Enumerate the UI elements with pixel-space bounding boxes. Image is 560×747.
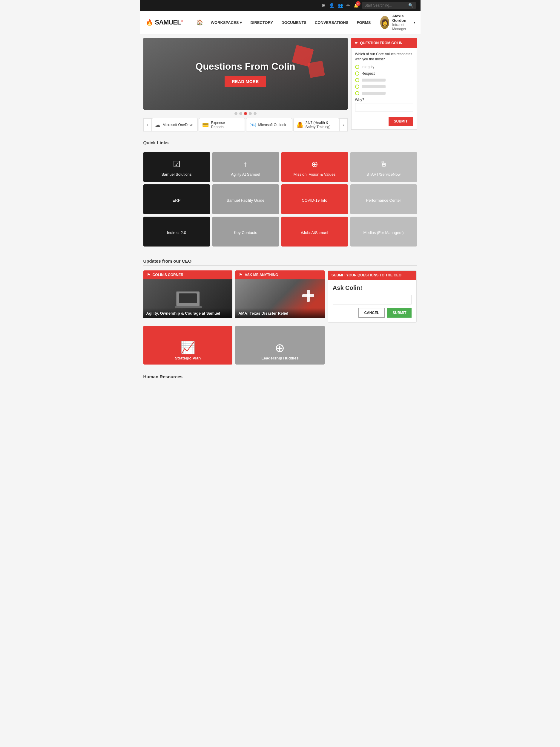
colins-corner-icon: ⚑: [147, 273, 150, 277]
ql-card-jobs[interactable]: #JobsAtSamuel: [281, 216, 348, 247]
ceo-grid-row2: 📈 Strategic Plan ⊕ Leadership Huddles: [143, 326, 417, 364]
ql-items: ☁ Microsoft OneDrive 💳 Expense Reports..…: [152, 118, 339, 132]
carousel-dot-5[interactable]: [254, 112, 257, 115]
ceo-grid: ⚑ COLIN'S CORNER Agility, Ownership & Co…: [143, 271, 417, 323]
ql-item-label-3: 24/7 (Health & Safety Training): [305, 121, 336, 129]
ql-item-onedrive[interactable]: ☁ Microsoft OneDrive: [152, 118, 198, 132]
notification-icon[interactable]: 🔔 8: [354, 3, 359, 8]
why-input[interactable]: [355, 103, 413, 111]
poll-option-bar-1[interactable]: [355, 78, 413, 82]
ql-card-facility[interactable]: Samuel Facility Guide: [212, 184, 279, 214]
nav-conversations[interactable]: CONVERSATIONS: [311, 18, 352, 27]
user-role: Intranet Manager: [392, 23, 411, 31]
ql-card-contacts[interactable]: Key Contacts: [212, 216, 279, 247]
user-icon[interactable]: 👤: [329, 3, 334, 8]
strategic-plan-label: Strategic Plan: [175, 356, 201, 360]
compose-icon[interactable]: ✏: [346, 3, 350, 8]
ql-card-agility[interactable]: ↑ Agility At Samuel: [212, 152, 279, 182]
carousel-dot-3[interactable]: [244, 112, 247, 115]
ql-card-indirect[interactable]: Indirect 2.0: [143, 216, 210, 247]
notification-badge: 8: [356, 1, 361, 6]
main-nav: 🏠 WORKSPACES ▾ DIRECTORY DOCUMENTS CONVE…: [193, 17, 375, 27]
ql-card-label-6: COVID-19 Info: [302, 198, 327, 203]
ql-prev-button[interactable]: ‹: [143, 118, 152, 131]
ql-item-outlook[interactable]: 📧 Microsoft Outlook: [246, 118, 292, 132]
ql-card-covid[interactable]: COVID-19 Info: [281, 184, 348, 214]
carousel-dots: [143, 112, 348, 115]
ama-title: ASK ME ANYTHING: [245, 273, 278, 277]
search-icon[interactable]: 🔍: [408, 3, 414, 8]
ask-colin-submit-button[interactable]: SUBMIT: [387, 308, 411, 318]
quick-links-title: Quick Links: [143, 140, 417, 147]
radio-respect[interactable]: [355, 71, 359, 76]
search-bar[interactable]: 🔍: [362, 2, 416, 9]
avatar-image: 👩: [380, 16, 389, 29]
poll-option-respect[interactable]: Respect: [355, 71, 413, 76]
sidebar-panel: ✏ QUESTION FROM COLIN Which of our Core …: [351, 38, 417, 130]
ama-icon: ⚑: [239, 273, 242, 277]
ql-card-erp[interactable]: ERP: [143, 184, 210, 214]
hr-title: Human Resources: [143, 374, 417, 381]
nav-home-icon[interactable]: 🏠: [193, 17, 206, 27]
apps-icon[interactable]: ⊞: [322, 3, 325, 8]
servicenow-icon: 🖱: [379, 159, 388, 169]
radio-bar-1[interactable]: [355, 78, 359, 82]
ask-colin-cancel-button[interactable]: CANCEL: [358, 308, 385, 318]
colins-corner-card[interactable]: ⚑ COLIN'S CORNER Agility, Ownership & Co…: [143, 271, 233, 323]
poll-submit-button[interactable]: SUBMIT: [389, 117, 413, 126]
ql-item-label-2: Microsoft Outlook: [258, 123, 286, 127]
poll-option-bar-3[interactable]: [355, 91, 413, 95]
ql-card-label-0: Samuel Solutions: [161, 172, 191, 177]
hero-background: Questions From Colin READ MORE: [143, 38, 348, 110]
ask-colin-panel: SUBMIT YOUR QUESTIONS TO THE CEO Ask Col…: [328, 271, 417, 323]
poll-option-integrity[interactable]: Integrity: [355, 65, 413, 69]
ql-item-safety[interactable]: 🦺 24/7 (Health & Safety Training): [293, 118, 339, 132]
radio-integrity[interactable]: [355, 65, 359, 69]
search-input[interactable]: [365, 3, 406, 7]
ql-card-performance[interactable]: Performance Center: [350, 184, 417, 214]
strategic-plan-card[interactable]: 📈 Strategic Plan: [143, 326, 233, 364]
ama-card[interactable]: ⚑ ASK ME ANYTHING AMA: Texas Disaster Re…: [235, 271, 325, 323]
hero-read-more-button[interactable]: READ MORE: [224, 76, 266, 87]
poll-option-bar-2[interactable]: [355, 84, 413, 89]
logo-flame-icon: 🔥: [146, 19, 153, 26]
ask-colin-input[interactable]: [333, 295, 412, 305]
ql-card-label-4: ERP: [172, 198, 181, 203]
colins-corner-title: COLIN'S CORNER: [153, 273, 184, 277]
user-info: Alexis Gordon Intranet Manager: [392, 14, 411, 31]
contacts-icon[interactable]: 👥: [338, 3, 343, 8]
nav-forms[interactable]: FORMS: [353, 18, 374, 27]
why-label: Why?: [355, 98, 413, 102]
strategic-plan-icon: 📈: [180, 341, 195, 355]
carousel-dot-2[interactable]: [239, 112, 242, 115]
logo: 🔥 SAMUEL®: [146, 19, 183, 26]
outlook-icon: 📧: [249, 122, 256, 128]
ql-card-label-5: Samuel Facility Guide: [227, 198, 264, 203]
poll-option-label-0: Integrity: [362, 65, 375, 69]
avatar[interactable]: 👩: [380, 16, 389, 29]
leadership-huddles-card[interactable]: ⊕ Leadership Huddles: [235, 326, 325, 364]
ql-card-servicenow[interactable]: 🖱 START/ServiceNow: [350, 152, 417, 182]
radio-bar-2[interactable]: [355, 84, 359, 89]
carousel-dot-1[interactable]: [235, 112, 237, 115]
carousel-dot-4[interactable]: [249, 112, 252, 115]
ql-card-label-10: #JobsAtSamuel: [301, 230, 328, 235]
ql-card-samuel-solutions[interactable]: ☑ Samuel Solutions: [143, 152, 210, 182]
nav-documents[interactable]: DOCUMENTS: [278, 18, 310, 27]
hero-banner: Questions From Colin READ MORE: [143, 38, 348, 110]
user-section: 👩 Alexis Gordon Intranet Manager ▾: [380, 14, 415, 31]
ql-item-expense[interactable]: 💳 Expense Reports...: [199, 118, 245, 132]
ql-card-medius[interactable]: Medius (For Managers): [350, 216, 417, 247]
ama-caption: AMA: Texas Disaster Relief: [238, 311, 288, 315]
ql-card-mission[interactable]: ⊕ Mission, Vision & Values: [281, 152, 348, 182]
nav-workspaces[interactable]: WORKSPACES ▾: [207, 18, 246, 27]
quick-links-section: Quick Links ☑ Samuel Solutions ↑ Agility…: [140, 135, 421, 254]
logo-sup: ®: [181, 20, 183, 23]
ql-card-label-11: Medius (For Managers): [363, 230, 403, 235]
nav-directory[interactable]: DIRECTORY: [247, 18, 276, 27]
ql-next-button[interactable]: ›: [339, 118, 348, 131]
poll-header-title: QUESTION FROM COLIN: [360, 41, 403, 45]
radio-bar-3[interactable]: [355, 91, 359, 95]
user-dropdown-icon[interactable]: ▾: [414, 21, 415, 24]
ask-colin-body: Ask Colin! CANCEL SUBMIT: [328, 280, 417, 323]
